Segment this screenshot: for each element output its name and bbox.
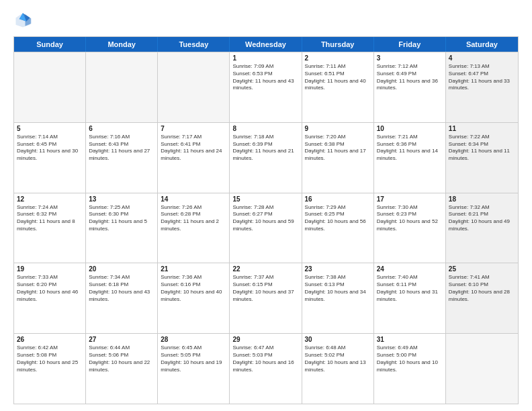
day-number: 10 [377,125,443,132]
cell-info: Sunrise: 7:22 AMSunset: 6:34 PMDaylight:… [449,134,515,163]
calendar-row: 19Sunrise: 7:33 AMSunset: 6:20 PMDayligh… [14,263,518,333]
day-number: 5 [17,125,83,132]
day-number: 8 [232,125,298,132]
day-number: 18 [449,195,515,203]
calendar-cell: 19Sunrise: 7:33 AMSunset: 6:20 PMDayligh… [14,263,86,333]
day-number: 1 [232,54,298,62]
calendar-cell: 8Sunrise: 7:18 AMSunset: 6:39 PMDaylight… [230,123,302,193]
day-number: 26 [17,336,83,343]
calendar-cell: 4Sunrise: 7:13 AMSunset: 6:47 PMDaylight… [446,52,518,122]
calendar-header: SundayMondayTuesdayWednesdayThursdayFrid… [14,37,518,52]
page-header [13,11,519,30]
calendar-row: 12Sunrise: 7:24 AMSunset: 6:32 PMDayligh… [14,193,518,263]
calendar-cell: 10Sunrise: 7:21 AMSunset: 6:36 PMDayligh… [374,123,446,193]
calendar-cell: 30Sunrise: 6:48 AMSunset: 5:02 PMDayligh… [302,334,374,404]
weekday-header: Friday [374,37,446,52]
day-number: 2 [305,54,371,62]
day-number: 28 [161,336,226,343]
logo-icon [13,11,32,30]
cell-info: Sunrise: 7:32 AMSunset: 6:21 PMDaylight:… [449,204,515,233]
calendar-cell: 22Sunrise: 7:37 AMSunset: 6:15 PMDayligh… [230,263,302,333]
weekday-header: Thursday [302,37,374,52]
cell-info: Sunrise: 7:36 AMSunset: 6:16 PMDaylight:… [161,274,226,303]
calendar-cell: 25Sunrise: 7:41 AMSunset: 6:10 PMDayligh… [446,263,518,333]
calendar-cell: 29Sunrise: 6:47 AMSunset: 5:03 PMDayligh… [230,334,302,404]
day-number: 19 [17,265,83,273]
cell-info: Sunrise: 7:30 AMSunset: 6:23 PMDaylight:… [377,204,443,233]
cell-info: Sunrise: 7:29 AMSunset: 6:25 PMDaylight:… [305,204,371,233]
calendar-cell: 23Sunrise: 7:38 AMSunset: 6:13 PMDayligh… [302,263,374,333]
day-number: 21 [161,265,226,273]
day-number: 24 [377,265,443,273]
cell-info: Sunrise: 6:47 AMSunset: 5:03 PMDaylight:… [232,345,298,373]
cell-info: Sunrise: 7:11 AMSunset: 6:51 PMDaylight:… [305,63,371,92]
day-number: 9 [305,125,371,132]
cell-info: Sunrise: 7:28 AMSunset: 6:27 PMDaylight:… [232,204,298,233]
calendar-cell: 9Sunrise: 7:20 AMSunset: 6:38 PMDaylight… [302,123,374,193]
cell-info: Sunrise: 7:33 AMSunset: 6:20 PMDaylight:… [17,274,83,303]
calendar-row: 5Sunrise: 7:14 AMSunset: 6:45 PMDaylight… [14,122,518,193]
calendar-cell: 11Sunrise: 7:22 AMSunset: 6:34 PMDayligh… [446,123,518,193]
cell-info: Sunrise: 6:48 AMSunset: 5:02 PMDaylight:… [305,345,371,373]
cell-info: Sunrise: 7:34 AMSunset: 6:18 PMDaylight:… [89,274,154,303]
day-number: 30 [305,336,371,343]
day-number: 3 [377,54,443,62]
calendar-cell: 5Sunrise: 7:14 AMSunset: 6:45 PMDaylight… [14,123,86,193]
calendar-cell: 16Sunrise: 7:29 AMSunset: 6:25 PMDayligh… [302,193,374,263]
cell-info: Sunrise: 7:40 AMSunset: 6:11 PMDaylight:… [377,274,443,303]
day-number: 29 [232,336,298,343]
day-number: 11 [449,125,515,132]
calendar-cell: 3Sunrise: 7:12 AMSunset: 6:49 PMDaylight… [374,52,446,122]
cell-info: Sunrise: 7:16 AMSunset: 6:43 PMDaylight:… [89,134,154,163]
calendar-cell: 14Sunrise: 7:26 AMSunset: 6:28 PMDayligh… [158,193,230,263]
weekday-header: Tuesday [158,37,230,52]
cell-info: Sunrise: 6:42 AMSunset: 5:08 PMDaylight:… [17,345,83,373]
calendar-cell: 13Sunrise: 7:25 AMSunset: 6:30 PMDayligh… [86,193,158,263]
cell-info: Sunrise: 7:12 AMSunset: 6:49 PMDaylight:… [377,63,443,92]
calendar-cell: 31Sunrise: 6:49 AMSunset: 5:00 PMDayligh… [374,334,446,404]
calendar-cell [14,52,86,122]
cell-info: Sunrise: 7:20 AMSunset: 6:38 PMDaylight:… [305,134,371,163]
cell-info: Sunrise: 6:49 AMSunset: 5:00 PMDaylight:… [377,345,443,373]
weekday-header: Saturday [446,37,518,52]
calendar-cell: 20Sunrise: 7:34 AMSunset: 6:18 PMDayligh… [86,263,158,333]
day-number: 20 [89,265,154,273]
day-number: 22 [232,265,298,273]
cell-info: Sunrise: 7:17 AMSunset: 6:41 PMDaylight:… [161,134,226,163]
cell-info: Sunrise: 7:14 AMSunset: 6:45 PMDaylight:… [17,134,83,163]
calendar-cell: 15Sunrise: 7:28 AMSunset: 6:27 PMDayligh… [230,193,302,263]
day-number: 17 [377,195,443,203]
calendar-cell: 21Sunrise: 7:36 AMSunset: 6:16 PMDayligh… [158,263,230,333]
calendar-cell: 28Sunrise: 6:45 AMSunset: 5:05 PMDayligh… [158,334,230,404]
day-number: 12 [17,195,83,203]
calendar-cell: 2Sunrise: 7:11 AMSunset: 6:51 PMDaylight… [302,52,374,122]
day-number: 31 [377,336,443,343]
calendar-cell [86,52,158,122]
calendar-cell: 12Sunrise: 7:24 AMSunset: 6:32 PMDayligh… [14,193,86,263]
cell-info: Sunrise: 6:44 AMSunset: 5:06 PMDaylight:… [89,345,154,373]
day-number: 27 [89,336,154,343]
calendar-cell: 18Sunrise: 7:32 AMSunset: 6:21 PMDayligh… [446,193,518,263]
cell-info: Sunrise: 7:41 AMSunset: 6:10 PMDaylight:… [449,274,515,303]
calendar-cell: 24Sunrise: 7:40 AMSunset: 6:11 PMDayligh… [374,263,446,333]
weekday-header: Wednesday [230,37,302,52]
calendar-cell: 27Sunrise: 6:44 AMSunset: 5:06 PMDayligh… [86,334,158,404]
cell-info: Sunrise: 7:37 AMSunset: 6:15 PMDaylight:… [232,274,298,303]
cell-info: Sunrise: 7:25 AMSunset: 6:30 PMDaylight:… [89,204,154,233]
cell-info: Sunrise: 7:18 AMSunset: 6:39 PMDaylight:… [232,134,298,163]
day-number: 15 [232,195,298,203]
day-number: 14 [161,195,226,203]
calendar-body: 1Sunrise: 7:09 AMSunset: 6:53 PMDaylight… [14,52,518,404]
weekday-header: Sunday [14,37,86,52]
cell-info: Sunrise: 7:38 AMSunset: 6:13 PMDaylight:… [305,274,371,303]
weekday-header: Monday [86,37,158,52]
calendar-cell: 17Sunrise: 7:30 AMSunset: 6:23 PMDayligh… [374,193,446,263]
day-number: 23 [305,265,371,273]
day-number: 16 [305,195,371,203]
logo [13,11,35,30]
cell-info: Sunrise: 7:09 AMSunset: 6:53 PMDaylight:… [232,63,298,92]
day-number: 4 [449,54,515,62]
calendar-cell: 1Sunrise: 7:09 AMSunset: 6:53 PMDaylight… [230,52,302,122]
calendar-cell [446,334,518,404]
day-number: 6 [89,125,154,132]
